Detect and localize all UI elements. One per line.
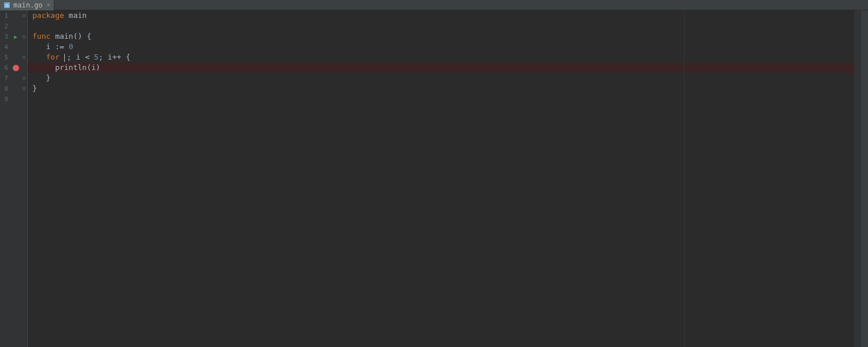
marker-strip[interactable] xyxy=(854,10,861,347)
line-number: 3 xyxy=(0,33,10,40)
fold-open-icon: ⊟ xyxy=(23,55,25,60)
svg-text:G: G xyxy=(5,3,9,8)
breakpoint-icon xyxy=(13,65,19,71)
code-area[interactable]: package main func main() { i := 0 for ; … xyxy=(28,10,854,347)
code-line xyxy=(28,94,854,104)
fold-toggle[interactable]: ⊟ xyxy=(21,73,27,83)
code-line: func main() { xyxy=(28,31,854,42)
line-number: 5 xyxy=(0,54,10,61)
editor-area: 1 2 3 4 5 6 7 8 9 ▶ ⊟ ⊟ ⊟ xyxy=(0,10,868,347)
code-line: i := 0 xyxy=(28,42,854,52)
run-gutter[interactable]: ▶ xyxy=(10,31,21,42)
code-line: } xyxy=(28,73,854,83)
code-line: package main xyxy=(28,10,854,21)
tab-filename: main.go xyxy=(13,1,43,9)
code-line: } xyxy=(28,83,854,94)
line-number: 2 xyxy=(0,23,10,30)
fold-toggle[interactable]: ⊟ xyxy=(21,52,27,62)
fold-toggle[interactable]: ⊟ xyxy=(21,31,27,42)
line-number: 4 xyxy=(0,43,10,51)
line-number: 9 xyxy=(0,95,10,103)
tab-bar: G main.go × xyxy=(0,0,868,10)
code-line: for ; i < 5; i++ { xyxy=(28,52,854,62)
file-tab[interactable]: G main.go × xyxy=(0,0,54,10)
fold-toggle[interactable]: ⊟ xyxy=(21,83,27,94)
gutter: 1 2 3 4 5 6 7 8 9 ▶ ⊟ ⊟ ⊟ xyxy=(0,10,28,347)
run-icon: ▶ xyxy=(14,34,17,40)
line-number-column: 1 2 3 4 5 6 7 8 9 xyxy=(0,10,10,347)
fold-toggle[interactable]: ⊟ xyxy=(21,10,27,21)
breakpoint-gutter[interactable] xyxy=(10,62,21,73)
fold-close-icon: ⊟ xyxy=(23,76,25,81)
line-number: 8 xyxy=(0,85,10,93)
fold-close-icon: ⊟ xyxy=(23,86,25,91)
code-line-breakpoint: println(i) xyxy=(28,62,854,73)
vertical-scrollbar[interactable] xyxy=(861,10,868,347)
fold-open-icon: ⊟ xyxy=(23,34,25,39)
fold-open-icon: ⊟ xyxy=(23,13,25,19)
line-number: 6 xyxy=(0,64,10,72)
line-number: 7 xyxy=(0,75,10,82)
go-file-icon: G xyxy=(3,2,10,9)
line-number: 1 xyxy=(0,12,10,20)
fold-column: ⊟ ⊟ ⊟ ⊟ ⊟ xyxy=(21,10,28,347)
code-line xyxy=(28,21,854,31)
close-icon[interactable]: × xyxy=(46,1,51,9)
gutter-icons-column: ▶ xyxy=(10,10,21,347)
